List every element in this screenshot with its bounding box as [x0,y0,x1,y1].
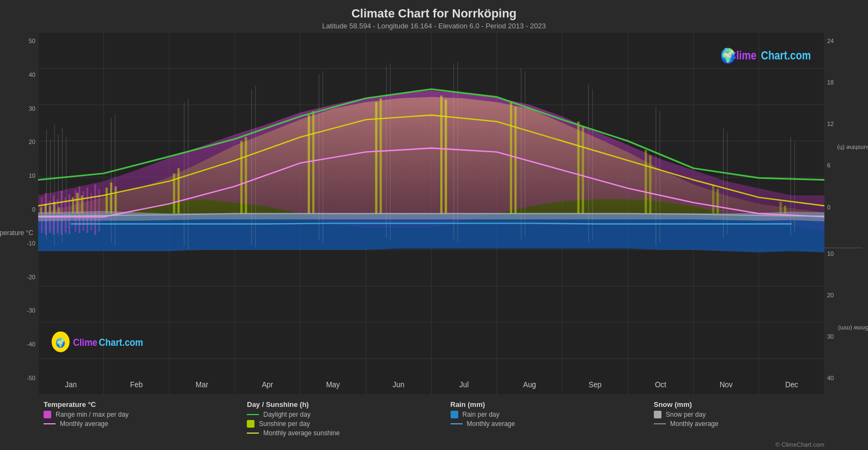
y-axis-left-label: Temperature °C [0,229,33,237]
y-tick-r-20: 20 [824,292,863,298]
svg-rect-46 [76,193,78,214]
legend-snow-avg: Monthly average [654,420,846,428]
legend-rain-box: Rain per day [451,411,643,418]
main-container: Climate Chart for Norrköping Latitude 58… [0,0,868,450]
y-axis-right-label-bottom: Rain / Snow (mm) [838,325,868,332]
svg-rect-34 [78,187,80,233]
legend-snow-box-color [654,411,661,418]
logo-bottom-clime: Clime [73,337,98,348]
y-axis-right: Day / Sunshine (h) 24 18 12 6 0 10 20 30… [824,32,863,395]
y-tick-r-24: 24 [824,38,863,44]
legend-snow-avg-label: Monthly average [670,420,719,428]
y-tick-minus40: -40 [5,341,38,347]
month-jul: Jul [459,380,469,389]
svg-rect-67 [712,184,714,213]
month-jan: Jan [65,380,77,389]
y-tick-0: 0 [5,206,38,213]
month-aug: Aug [523,380,536,389]
legend-snow-avg-color [654,423,666,424]
month-jun: Jun [393,380,405,389]
legend-sunshine-avg-color [247,433,259,434]
y-tick-minus30: -30 [5,307,38,314]
legend-snow-box: Snow per day [654,411,846,418]
month-nov: Nov [720,380,733,389]
y-tick-r-30: 30 [824,333,863,340]
y-tick-20: 20 [5,139,38,145]
legend-snow: Snow (mm) Snow per day Monthly average [654,400,846,439]
y-tick-r-10: 10 [824,248,863,257]
y-tick-minus10: -10 [5,240,38,247]
legend-sunshine-avg: Monthly average sunshine [247,429,439,437]
svg-rect-64 [582,126,584,213]
legend-temp-avg-label: Monthly average [60,420,108,428]
svg-rect-48 [106,188,108,214]
legend-rain-avg-label: Monthly average [467,420,515,428]
svg-rect-39 [98,189,100,231]
legend-rain-avg: Monthly average [451,420,643,428]
svg-rect-69 [780,202,782,213]
y-tick-r-12: 12 [824,121,863,127]
title-area: Climate Chart for Norrköping Latitude 58… [0,0,868,32]
legend-snow-title: Snow (mm) [654,400,846,409]
legend-daylight-color [247,414,259,415]
legend-area: Temperature °C Range min / max per day M… [0,395,868,441]
svg-rect-65 [645,150,647,213]
y-tick-40: 40 [5,71,38,78]
svg-rect-66 [649,155,651,214]
y-tick-minus20: -20 [5,274,38,280]
legend-rain-avg-color [451,423,463,424]
svg-rect-36 [87,188,88,233]
legend-rain: Rain (mm) Rain per day Monthly average [451,400,643,439]
y-tick-10: 10 [5,172,38,179]
svg-rect-62 [514,107,517,214]
rain-monthly-avg-line [71,223,792,224]
svg-rect-56 [312,111,314,214]
legend-sunshine-box-label: Sunshine per day [259,420,309,428]
svg-rect-38 [94,184,96,235]
legend-sunshine-box: Sunshine per day [247,420,439,428]
y-tick-50: 50 [5,38,38,44]
svg-rect-52 [178,168,180,213]
y-tick-r-6: 6 [824,162,863,169]
legend-temp-title: Temperature °C [44,400,236,409]
copyright: © ClimeChart.com [0,441,868,450]
y-tick-r-0: 0 [824,204,863,211]
y-tick-minus50: -50 [5,375,38,381]
legend-temp-avg-color [44,423,56,424]
legend-daylight-label: Daylight per day [263,411,311,418]
legend-sunshine-avg-label: Monthly average sunshine [263,429,339,437]
svg-rect-54 [245,137,247,213]
legend-temp-range-color [44,411,51,418]
legend-temp-range-label: Range min / max per day [56,411,129,418]
legend-temp-avg: Monthly average [44,420,236,428]
month-dec: Dec [785,380,798,389]
month-apr: Apr [262,380,273,389]
month-feb: Feb [130,380,143,389]
svg-rect-68 [717,189,719,213]
month-mar: Mar [196,380,208,389]
legend-temp-range: Range min / max per day [44,411,236,418]
legend-snow-box-label: Snow per day [666,411,706,418]
svg-rect-58 [380,98,382,213]
chart-wrapper: Temperature °C 50 40 30 20 10 0 -10 -20 … [0,32,868,395]
svg-rect-33 [75,190,76,232]
month-oct: Oct [655,380,666,389]
chart-area: Jan Feb Mar Apr May Jun Jul Aug Sep Oct … [38,32,824,395]
logo-top-icon: 🌍 [720,47,736,65]
y-tick-30: 30 [5,105,38,112]
legend-rain-title: Rain (mm) [451,400,643,409]
legend-sunshine-box-color [247,420,254,428]
chart-svg: Jan Feb Mar Apr May Jun Jul Aug Sep Oct … [38,32,824,395]
logo-bottom-chart: Chart.com [99,337,143,348]
month-may: May [326,380,340,389]
legend-sunshine: Day / Sunshine (h) Daylight per day Suns… [247,400,439,439]
svg-rect-55 [308,115,310,214]
legend-sunshine-title: Day / Sunshine (h) [247,400,439,409]
svg-rect-59 [440,95,442,213]
y-tick-r-18: 18 [824,79,863,86]
legend-rain-box-color [451,411,458,418]
svg-rect-63 [577,122,579,214]
legend-daylight: Daylight per day [247,411,439,418]
chart-subtitle: Latitude 58.594 - Longitude 16.164 - Ele… [0,22,868,30]
y-axis-right-label-top: Day / Sunshine (h) [837,145,868,151]
